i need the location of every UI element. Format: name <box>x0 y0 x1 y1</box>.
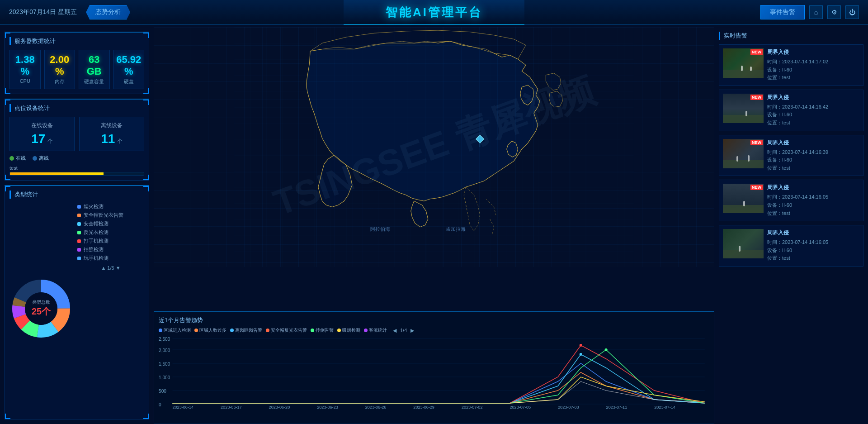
alert-info-5: 周界入侵 时间：2023-07-14 14:16:05 设备：II-60 位置：… <box>767 229 859 262</box>
legend-dot <box>311 329 314 332</box>
svg-text:2,500: 2,500 <box>159 337 170 342</box>
type-pagination[interactable]: ▲ 1/5 ▼ <box>77 265 144 271</box>
analysis-button[interactable]: 态势分析 <box>86 5 130 19</box>
alert-item-3: NEW 周界入侵 时间：2023-07-14 14:16:39 设备：II-60… <box>719 135 863 176</box>
svg-text:2023-06-29: 2023-06-29 <box>413 405 434 409</box>
alert-detail: 时间：2023-07-14 14:16:39 设备：II-60 位置：test <box>767 148 859 172</box>
list-item: 安全帽反光衣告警 <box>77 212 144 219</box>
alert-detail: 时间：2023-07-14 14:17:02 设备：II-60 位置：test <box>767 58 859 82</box>
power-icon-button[interactable]: ⏻ <box>845 5 859 19</box>
offline-legend-dot <box>33 156 37 161</box>
online-unit: 个 <box>47 138 53 144</box>
svg-text:0: 0 <box>159 402 161 407</box>
home-icon-button[interactable]: ⌂ <box>809 5 823 19</box>
donut-count: 25个 <box>32 305 51 318</box>
new-badge: NEW <box>750 49 763 55</box>
legend-item: 吸烟检测 <box>337 327 360 333</box>
list-item: 反光衣检测 <box>77 229 144 236</box>
alert-thumbnail-4: NEW <box>723 184 764 213</box>
header-left: 2023年07月14日 星期五 态势分析 <box>9 5 130 19</box>
alert-detail: 时间：2023-07-14 14:16:05 设备：II-60 位置：test <box>767 238 859 262</box>
offline-count: 11 <box>101 132 115 146</box>
type-dot <box>77 222 81 226</box>
legend-item: 安全帽反光衣告警 <box>266 327 307 333</box>
person <box>750 67 752 71</box>
type-stats-title: 类型统计 <box>9 191 144 199</box>
disk-capacity-value: 63 GB <box>81 54 108 77</box>
offline-legend: 离线 <box>33 155 49 162</box>
device-stats-panel: 点位设备统计 在线设备 17 个 离线设备 11 个 在线 <box>5 99 149 181</box>
disk-capacity-stat: 63 GB 硬盘容量 <box>79 50 110 89</box>
header-right: 事件告警 ⌂ ⚙ ⏻ <box>760 5 859 19</box>
person <box>736 156 738 162</box>
new-badge: NEW <box>750 95 763 100</box>
alert-type: 周界入侵 <box>767 139 859 147</box>
alert-item-4: NEW 周界入侵 时间：2023-07-14 14:16:05 设备：II-60… <box>719 180 863 221</box>
svg-text:2,000: 2,000 <box>159 348 170 353</box>
list-item: 拍照检测 <box>77 246 144 253</box>
legend-dot <box>266 329 269 332</box>
list-item: 安全帽检测 <box>77 220 144 227</box>
alert-item-1: NEW 周界入侵 时间：2023-07-14 14:17:02 设备：II-60… <box>719 44 863 86</box>
settings-icon-button[interactable]: ⚙ <box>827 5 841 19</box>
alert-info-4: 周界入侵 时间：2023-07-14 14:16:05 设备：II-60 位置：… <box>767 184 859 217</box>
home-icon: ⌂ <box>814 9 818 16</box>
progress-fill <box>10 172 104 175</box>
alert-detail: 时间：2023-07-14 14:16:42 设备：II-60 位置：test <box>767 103 859 127</box>
legend-dot <box>194 329 198 332</box>
left-panel: 服务器数据统计 1.38 % CPU 2.00 % 内存 63 GB 硬盘容量 … <box>0 27 154 424</box>
memory-value: 2.00 % <box>47 54 73 77</box>
alert-thumbnail-1: NEW <box>723 48 764 78</box>
svg-text:1,500: 1,500 <box>159 362 170 367</box>
svg-text:2023-07-02: 2023-07-02 <box>462 405 483 409</box>
alert-type: 周界入侵 <box>767 94 859 101</box>
offline-unit: 个 <box>117 138 123 144</box>
person <box>741 66 743 71</box>
road <box>723 70 764 78</box>
legend-item: 离岗睡岗告警 <box>230 327 262 333</box>
person <box>745 111 747 116</box>
road <box>723 160 764 168</box>
alert-button[interactable]: 事件告警 <box>760 5 805 19</box>
chart-nav-next[interactable]: ▶ <box>410 328 414 333</box>
offline-label: 离线设备 <box>84 122 139 129</box>
alert-thumbnail-5 <box>723 229 764 258</box>
svg-text:2023-06-17: 2023-06-17 <box>221 405 242 409</box>
legend-dot <box>364 329 368 332</box>
svg-point-36 <box>605 348 608 351</box>
map-container: 阿拉伯海 孟加拉海 TSINGSEE 青犀视频 <box>154 27 714 267</box>
new-badge: NEW <box>750 185 763 190</box>
cpu-stat: 1.38 % CPU <box>9 50 41 89</box>
alert-item-5: 周界入侵 时间：2023-07-14 14:16:05 设备：II-60 位置：… <box>719 225 863 267</box>
chart-legend: 区域进入检测 区域人数过多 离岗睡岗告警 安全帽反光衣告警 摔倒告警 吸烟检测 … <box>159 327 709 333</box>
person <box>748 155 750 162</box>
map-grid <box>154 27 714 267</box>
online-legend-dot <box>9 156 14 161</box>
chart-nav-prev[interactable]: ◀ <box>393 328 396 333</box>
alert-info-3: 周界入侵 时间：2023-07-14 14:16:39 设备：II-60 位置：… <box>767 139 859 172</box>
device-legend: 在线 离线 <box>9 155 144 162</box>
disk-stat: 65.92 % 硬盘 <box>113 50 145 89</box>
offline-devices: 离线设备 11 个 <box>79 117 144 151</box>
list-item: 烟火检测 <box>77 203 144 210</box>
chart-area: 0 500 1,000 1,500 2,000 2,500 2023-06-14… <box>159 336 709 409</box>
svg-text:2023-06-23: 2023-06-23 <box>317 405 338 409</box>
legend-item: 区域人数过多 <box>194 327 226 333</box>
svg-text:2023-07-14: 2023-07-14 <box>654 405 675 409</box>
server-stats-title: 服务器数据统计 <box>9 37 144 45</box>
type-content: 类型总数 25个 烟火检测 安全帽反光衣告警 安全帽检测 <box>9 203 144 414</box>
type-stats-panel: 类型统计 <box>5 185 149 419</box>
disk-label: 硬盘 <box>116 78 142 85</box>
memory-stat: 2.00 % 内存 <box>44 50 75 89</box>
server-stats-grid: 1.38 % CPU 2.00 % 内存 63 GB 硬盘容量 65.92 % … <box>9 50 144 89</box>
road <box>723 250 764 258</box>
alert-info-2: 周界入侵 时间：2023-07-14 14:16:42 设备：II-60 位置：… <box>767 94 859 127</box>
main-title: 智能AI管理平台 <box>386 5 482 20</box>
alert-detail: 时间：2023-07-14 14:16:05 设备：II-60 位置：test <box>767 193 859 217</box>
type-dot <box>77 239 81 243</box>
donut-label: 类型总数 <box>32 299 51 305</box>
donut-chart: 类型总数 25个 <box>9 203 73 414</box>
svg-text:2023-06-20: 2023-06-20 <box>269 405 290 409</box>
svg-text:1,000: 1,000 <box>159 375 170 380</box>
device-stats-title: 点位设备统计 <box>9 104 144 112</box>
